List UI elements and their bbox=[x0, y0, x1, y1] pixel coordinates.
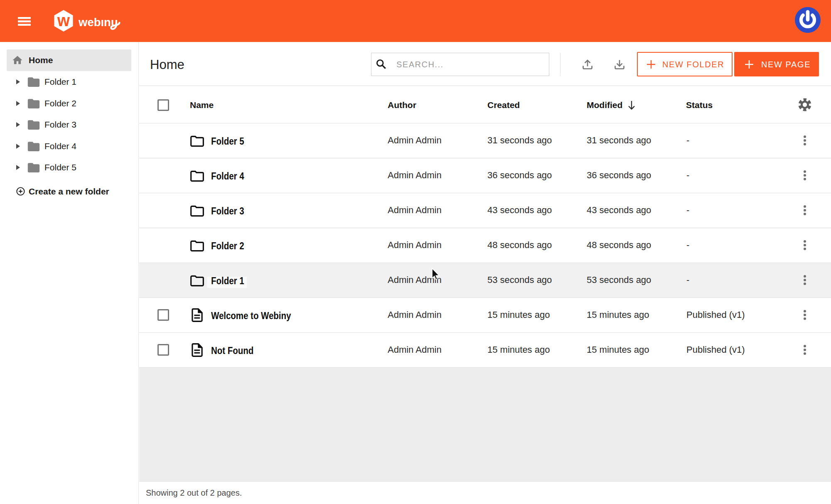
svg-text:w: w bbox=[57, 11, 70, 30]
